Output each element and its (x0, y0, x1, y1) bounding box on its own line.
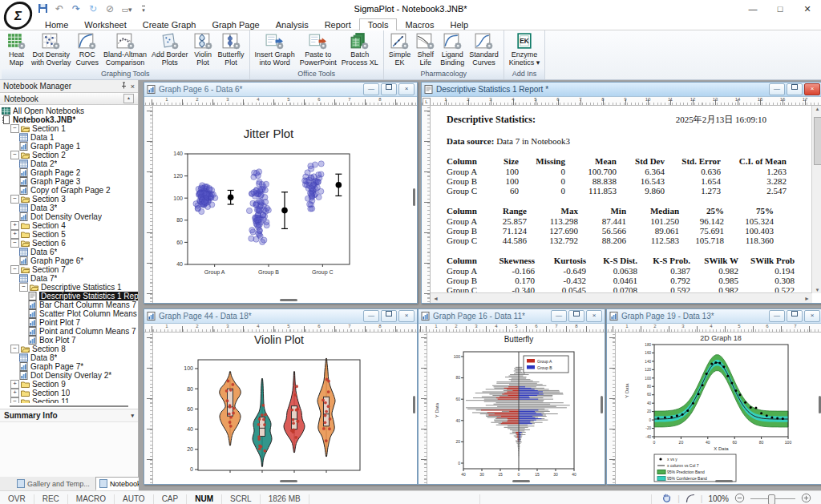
tab-graph-page[interactable]: Graph Page (204, 19, 267, 30)
tree-item[interactable]: −Descriptive Statistics 1 (0, 283, 138, 292)
tree-item[interactable]: Point and Column Means 7 (0, 327, 138, 336)
close-icon[interactable]: × (804, 310, 820, 322)
restore-icon[interactable] (381, 310, 397, 322)
child-titlebar[interactable]: Graph Page 44 - Data 18* —× (144, 309, 417, 324)
minimize-icon[interactable]: — (739, 1, 766, 18)
close-icon[interactable]: × (398, 310, 415, 322)
enzyme-kinetics-button[interactable]: EKEnzyme Kinetics ▾ (507, 32, 543, 67)
graph-page[interactable]: Butterfly0204060801004030150153040Group … (427, 333, 605, 484)
tree-item[interactable]: Graph Page 7* (0, 362, 138, 371)
excel-button[interactable]: Batch Process XL (339, 32, 381, 67)
violin-chart[interactable]: Violin Plot020406080100 (153, 333, 415, 484)
cancel-icon[interactable]: ⊘ (104, 3, 115, 14)
tab-tools[interactable]: Tools (359, 18, 398, 30)
tree-expander-icon[interactable]: − (10, 124, 19, 133)
close-icon[interactable]: × (586, 310, 602, 322)
restore-icon[interactable] (568, 310, 584, 322)
simple-ek-button[interactable]: Simple EK (386, 32, 414, 67)
maximize-icon[interactable]: □ (766, 1, 794, 18)
child-titlebar[interactable]: Graph Page 16 - Data 11* —× (419, 309, 605, 324)
pin-icon[interactable] (120, 82, 127, 91)
tree-item[interactable]: Dot Density Overlay (0, 212, 138, 221)
titlebar[interactable]: Σ ↶↷↻⊘▭▾▾ SigmaPlot - Notebook3.JNB* — □… (0, 0, 821, 18)
collapse-icon[interactable]: ▴ (123, 94, 134, 103)
close-icon[interactable]: × (398, 83, 415, 95)
tree-item[interactable]: −Section 11 (0, 397, 138, 403)
tree-item[interactable]: +Section 10 (0, 389, 138, 397)
undo-icon[interactable]: ↶ (54, 3, 65, 14)
tree-item[interactable]: +Section 5 (0, 230, 138, 239)
tree-item[interactable]: Box Plot 7 (0, 336, 138, 345)
tab-home[interactable]: Home (37, 19, 76, 30)
butterfly-plot-button[interactable]: Butterfly Plot (216, 32, 247, 67)
arc-tool-icon[interactable] (686, 494, 695, 504)
sidebar-tab-gallery[interactable]: Gallery and Temp... (13, 477, 94, 490)
window-graph-page-16[interactable]: Graph Page 16 - Data 11* —× 12345678 But… (418, 308, 605, 485)
tree-item[interactable]: Notebook3.JNB* (0, 115, 138, 124)
child-titlebar[interactable]: Graph Page 6 - Data 6* —× (144, 83, 417, 97)
ligand-binding-button[interactable]: Ligand Binding (438, 32, 467, 67)
window-report[interactable]: Descriptive Statistics 1 Report * —× L 1… (421, 82, 821, 304)
graph-page[interactable]: Violin Plot020406080100 (153, 333, 417, 484)
curve-chart[interactable]: 2D Graph 18-40-2002040608010012014016018… (616, 333, 819, 484)
minimize-icon[interactable]: — (769, 83, 785, 95)
tree-item[interactable]: Point Plot 7 (0, 318, 138, 327)
tree-item[interactable]: Dot Density Overlay 2* (0, 371, 138, 380)
tree-expander-icon[interactable]: + (10, 221, 19, 230)
tab-help[interactable]: Help (442, 19, 476, 30)
child-titlebar[interactable]: Descriptive Statistics 1 Report * —× (422, 83, 821, 97)
vscroll-thumb[interactable] (413, 396, 415, 413)
hscroll-thumb[interactable] (280, 299, 297, 301)
tree-item[interactable]: Bar Chart Column Means 7 (0, 300, 138, 309)
standard-curves-button[interactable]: Standard Curves (467, 32, 501, 67)
tree-item[interactable]: −Section 6 (0, 239, 138, 248)
tree-expander-icon[interactable]: − (10, 265, 19, 274)
minimize-icon[interactable]: — (363, 83, 379, 95)
window-icon[interactable]: ▭▾ (121, 3, 132, 14)
border-plots-button[interactable]: Add Border Plots (149, 32, 191, 67)
minimize-icon[interactable]: — (551, 310, 567, 322)
customize-toolbar-icon[interactable]: ▾ (138, 3, 149, 14)
scroll-up-icon[interactable]: ▲ (812, 107, 821, 111)
tree-item[interactable]: Descriptive Statistics 1 Repo (0, 292, 138, 300)
window-graph-page-6[interactable]: Graph Page 6 - Data 6* —× 12345678 Jitte… (144, 82, 418, 304)
hscroll-thumb[interactable] (512, 480, 530, 482)
restore-icon[interactable] (381, 83, 397, 95)
close-icon[interactable]: × (804, 83, 820, 95)
vscroll-thumb[interactable] (601, 396, 603, 413)
tree-expander-icon[interactable]: − (10, 345, 19, 353)
tab-create-graph[interactable]: Create Graph (135, 19, 204, 30)
tree-expander-icon[interactable]: − (10, 195, 19, 204)
tree-item[interactable]: +Section 9 (0, 380, 138, 389)
minimize-icon[interactable]: — (363, 310, 379, 322)
dot-density-button[interactable]: Dot Density with Overlay (29, 32, 74, 67)
butterfly-chart[interactable]: Butterfly0204060801004030150153040Group … (427, 333, 602, 484)
report-page[interactable]: Descriptive Statistics: 2025年2月13日 16:09… (431, 106, 821, 303)
heat-map-button[interactable]: Heat Map (4, 32, 29, 67)
graph-page[interactable]: Jitter Plot406080100120140Group AGroup B… (153, 106, 417, 303)
chevron-down-icon[interactable]: ▾ (131, 413, 134, 419)
zoom-slider[interactable] (750, 498, 795, 499)
tree-expander-icon[interactable]: − (10, 239, 19, 248)
tree-item[interactable]: Data 3* (0, 204, 138, 212)
refresh-icon[interactable]: ↻ (87, 3, 99, 14)
horizontal-scrollbar[interactable]: ◄ ► (431, 292, 812, 303)
restore-icon[interactable] (787, 310, 803, 322)
tree-item[interactable]: +Section 4 (0, 221, 138, 230)
pan-hand-icon[interactable] (661, 493, 672, 504)
tree-item[interactable]: Data 2* (0, 159, 138, 168)
jitter-chart[interactable]: Jitter Plot406080100120140Group AGroup B… (153, 106, 415, 303)
tree-expander-icon[interactable]: − (10, 397, 19, 403)
hscroll-thumb[interactable] (280, 480, 297, 482)
tree-item[interactable]: Graph Page 1 (0, 142, 138, 151)
tree-expander-icon[interactable]: − (19, 283, 28, 292)
tree-item[interactable]: Data 1 (0, 133, 138, 142)
violin-plot-button[interactable]: Violin Plot (191, 32, 216, 67)
tree-item[interactable]: All Open Notebooks (0, 107, 138, 115)
close-panel-icon[interactable]: × (131, 83, 135, 91)
tab-macros[interactable]: Macros (397, 19, 442, 30)
tree-item[interactable]: Data 6* (0, 248, 138, 256)
tab-report[interactable]: Report (317, 19, 359, 30)
tab-worksheet[interactable]: Worksheet (76, 19, 134, 30)
tree-item[interactable]: Data 8* (0, 353, 138, 362)
